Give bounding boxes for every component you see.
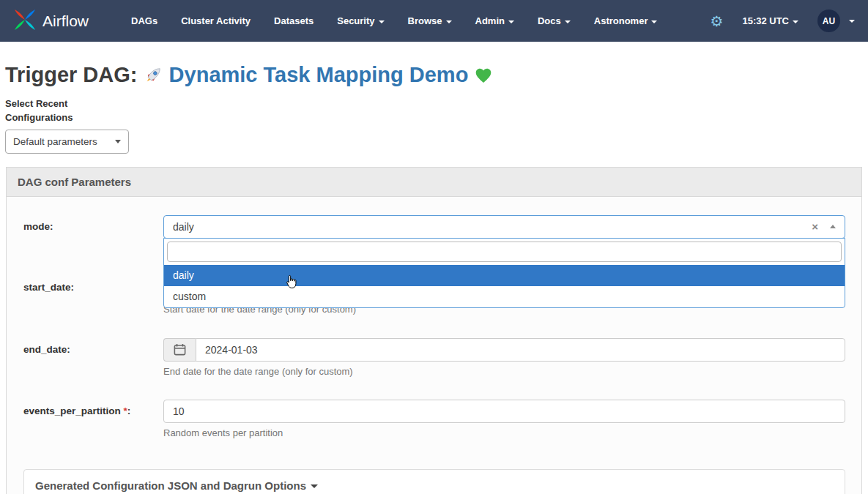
chevron-down-icon bbox=[849, 20, 855, 23]
chevron-down-icon bbox=[379, 20, 385, 23]
rocket-emoji-icon bbox=[144, 66, 169, 89]
panel-header: DAG conf Parameters bbox=[7, 168, 861, 197]
recent-configs-select-wrap: Default parameters bbox=[5, 130, 129, 154]
nav-item-admin[interactable]: Admin bbox=[464, 15, 526, 26]
airflow-logo-icon bbox=[13, 8, 37, 34]
dag-conf-panel: DAG conf Parameters mode: daily × bbox=[6, 167, 862, 494]
panel-body: mode: daily × daily custom bbox=[7, 197, 861, 494]
mode-options-list: daily custom bbox=[164, 265, 845, 307]
mode-select2-control[interactable]: daily × bbox=[163, 215, 845, 239]
nav-item-docs[interactable]: Docs bbox=[526, 15, 582, 26]
mode-field: daily × daily custom bbox=[163, 215, 845, 239]
end-date-label: end_date: bbox=[23, 338, 163, 355]
chevron-down-icon bbox=[793, 20, 798, 23]
airflow-brand[interactable]: Airflow bbox=[13, 8, 89, 34]
chevron-down-icon bbox=[446, 20, 452, 23]
events-per-partition-field: Random events per partition bbox=[163, 400, 845, 440]
nav-menu: DAGs Cluster Activity Datasets Security … bbox=[119, 15, 669, 26]
nav-item-datasets[interactable]: Datasets bbox=[262, 15, 325, 26]
form-row-events-per-partition: events_per_partition *: Random events pe… bbox=[23, 400, 845, 440]
nav-item-browse[interactable]: Browse bbox=[396, 15, 464, 26]
main-content: Trigger DAG: Dynamic Task Mapping Demo bbox=[0, 42, 868, 494]
end-date-input-group bbox=[163, 338, 845, 362]
chevron-down-icon bbox=[651, 20, 657, 23]
mode-search-input[interactable] bbox=[167, 242, 842, 262]
clear-selection-icon[interactable]: × bbox=[812, 221, 818, 232]
user-menu[interactable]: AU bbox=[817, 10, 855, 32]
dag-title-link[interactable]: Dynamic Task Mapping Demo bbox=[144, 63, 494, 86]
events-per-partition-input[interactable] bbox=[163, 400, 845, 423]
start-date-label: start_date: bbox=[23, 276, 163, 293]
nav-item-security[interactable]: Security bbox=[325, 15, 396, 26]
title-prefix: Trigger DAG: bbox=[5, 63, 137, 86]
form-row-end-date: end_date: End date for bbox=[23, 338, 845, 378]
events-per-partition-label: events_per_partition *: bbox=[23, 400, 163, 416]
nav-item-cluster-activity[interactable]: Cluster Activity bbox=[169, 15, 262, 26]
mode-option-custom[interactable]: custom bbox=[164, 286, 845, 307]
green-heart-emoji-icon bbox=[474, 66, 493, 89]
end-date-field: End date for the date range (only for cu… bbox=[163, 338, 845, 378]
avatar: AU bbox=[817, 10, 840, 32]
navbar-right: ⚙ 15:32 UTC AU bbox=[710, 10, 855, 32]
recent-configs-select[interactable]: Default parameters bbox=[5, 130, 129, 154]
mode-selected-value: daily bbox=[173, 221, 812, 233]
end-date-help: End date for the date range (only for cu… bbox=[163, 365, 845, 378]
generated-config-collapse[interactable]: Generated Configuration JSON and Dagrun … bbox=[23, 469, 845, 494]
form-row-mode: mode: daily × daily custom bbox=[23, 215, 845, 239]
recent-configs-label: Select Recent Configurations bbox=[5, 97, 108, 125]
dag-name: Dynamic Task Mapping Demo bbox=[169, 63, 469, 86]
chevron-down-icon bbox=[565, 20, 571, 23]
chevron-down-icon bbox=[311, 484, 318, 488]
page-title: Trigger DAG: Dynamic Task Mapping Demo bbox=[5, 62, 868, 90]
timezone-dropdown[interactable]: 15:32 UTC bbox=[742, 15, 798, 26]
events-per-partition-help: Random events per partition bbox=[163, 427, 845, 440]
nav-item-astronomer[interactable]: Astronomer bbox=[582, 15, 669, 26]
generated-config-collapse-label: Generated Configuration JSON and Dagrun … bbox=[35, 479, 306, 492]
nav-item-dags[interactable]: DAGs bbox=[119, 15, 169, 26]
calendar-icon bbox=[163, 338, 196, 362]
mode-select2-dropdown: daily custom bbox=[163, 238, 845, 308]
gear-icon[interactable]: ⚙ bbox=[710, 14, 723, 29]
mode-option-daily[interactable]: daily bbox=[164, 265, 845, 286]
mode-search-wrap bbox=[164, 239, 845, 265]
brand-name: Airflow bbox=[42, 12, 89, 30]
mode-label: mode: bbox=[23, 215, 163, 232]
chevron-down-icon bbox=[508, 20, 514, 23]
chevron-up-icon[interactable] bbox=[830, 225, 836, 228]
end-date-input[interactable] bbox=[196, 338, 845, 362]
navbar: Airflow DAGs Cluster Activity Datasets S… bbox=[0, 0, 868, 42]
